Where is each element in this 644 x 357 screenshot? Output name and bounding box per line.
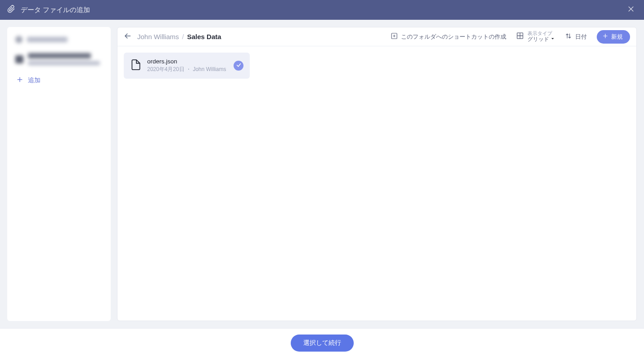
add-button-label: 追加 — [28, 76, 41, 85]
create-shortcut-label: このフォルダへのショートカットの作成 — [401, 33, 506, 41]
breadcrumb-parent[interactable]: John Williams — [137, 33, 179, 40]
plus-icon — [602, 33, 608, 40]
new-button[interactable]: 新規 — [597, 30, 630, 44]
selected-badge[interactable] — [234, 61, 243, 71]
confirm-label: 選択して続行 — [303, 339, 341, 346]
close-icon — [627, 7, 635, 14]
back-button[interactable] — [124, 32, 132, 42]
grid-icon — [516, 32, 524, 41]
arrow-left-icon — [124, 34, 132, 41]
main-panel: John Williams / Sales Data このフォルダへのショートカ… — [117, 27, 637, 321]
create-shortcut-button[interactable]: このフォルダへのショートカットの作成 — [391, 32, 506, 41]
plus-icon — [16, 76, 23, 85]
toolbar: John Williams / Sales Data このフォルダへのショートカ… — [117, 27, 636, 46]
file-icon — [130, 59, 142, 72]
sort-label: 日付 — [575, 33, 587, 41]
breadcrumb-current: Sales Data — [187, 33, 221, 40]
breadcrumb-separator: / — [182, 33, 184, 40]
dialog-title: データ ファイルの追加 — [21, 6, 90, 14]
sidebar-item-blurred — [12, 33, 106, 46]
file-name: orders.json — [147, 58, 228, 65]
chevron-down-icon — [550, 36, 555, 43]
view-type-selector[interactable]: 表示タイプ グリッド — [516, 31, 555, 42]
close-button[interactable] — [625, 3, 637, 17]
add-button[interactable]: 追加 — [12, 72, 106, 88]
new-button-label: 新規 — [611, 33, 623, 41]
breadcrumb: John Williams / Sales Data — [137, 33, 221, 40]
sort-selector[interactable]: 日付 — [565, 32, 587, 41]
paperclip-icon — [7, 5, 15, 15]
file-meta: 2020年4月20日 ・ John Williams — [147, 66, 228, 73]
content-area: orders.json 2020年4月20日 ・ John Williams — [117, 46, 636, 321]
dialog-footer: 選択して続行 — [0, 328, 644, 357]
sidebar: 追加 — [7, 27, 111, 321]
sidebar-item-blurred — [12, 50, 106, 68]
dialog-header: データ ファイルの追加 — [0, 0, 644, 20]
sort-icon — [565, 32, 572, 41]
check-icon — [236, 62, 242, 70]
view-type-value: グリッド — [527, 36, 549, 43]
add-square-icon — [391, 32, 398, 41]
confirm-button[interactable]: 選択して続行 — [291, 335, 354, 352]
file-card[interactable]: orders.json 2020年4月20日 ・ John Williams — [124, 53, 250, 79]
